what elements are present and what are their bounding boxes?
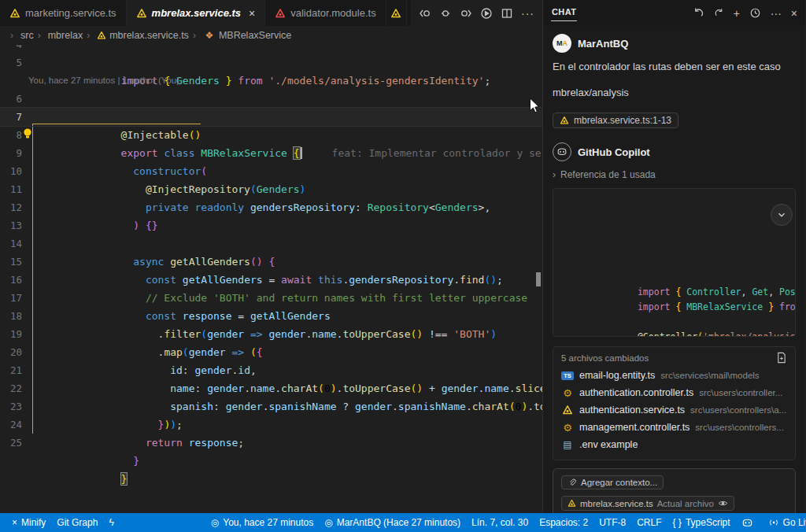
status-item[interactable]: { } TypeScript: [667, 513, 736, 532]
line-number: 9: [0, 144, 22, 162]
code-token: ,: [768, 286, 779, 297]
clipped-tab[interactable]: [386, 0, 407, 26]
eye-icon[interactable]: [718, 498, 728, 508]
chat-input-box[interactable]: Agregar contexto... mbrelax.service.ts A…: [553, 468, 796, 513]
close-icon[interactable]: [249, 7, 255, 20]
mouse-cursor: [529, 98, 540, 114]
close-panel-icon[interactable]: ×: [791, 7, 797, 20]
undo-icon[interactable]: [693, 7, 704, 19]
status-item[interactable]: Espacios: 2: [534, 513, 593, 532]
status-item[interactable]: Git Graph: [51, 513, 103, 532]
status-item[interactable]: [736, 513, 763, 532]
file-row[interactable]: authentication.service.ts src\users\cont…: [561, 401, 787, 419]
status-item[interactable]: × Minify: [6, 513, 51, 532]
breadcrumb-item[interactable]: › ❖ MBRelaxService: [189, 30, 291, 41]
status-item[interactable]: ◎ MarAntBQ (Hace 27 minutos): [319, 513, 466, 532]
code-line: 16 const response = getAllGenders: [0, 271, 542, 289]
service-file-icon: [561, 405, 574, 416]
status-item[interactable]: UTF-8: [593, 513, 631, 532]
scroll-down-button[interactable]: [771, 204, 793, 226]
editor-actions: ···: [411, 0, 542, 26]
scrollbar-marker[interactable]: [536, 272, 541, 286]
more-icon[interactable]: ···: [771, 7, 782, 20]
chat-body: MA MarAntBQ En el controlador las rutas …: [543, 26, 805, 513]
file-name: .env example: [579, 439, 638, 450]
status-item-icon: { }: [673, 517, 682, 528]
breadcrumb-separator: ›: [10, 30, 13, 41]
code-editor[interactable]: 4 import { Genders } from './models/anal…: [0, 45, 542, 513]
nav-forward-icon[interactable]: [460, 7, 472, 20]
nav-back-icon[interactable]: [419, 7, 431, 20]
file-row[interactable]: TS email-log.entity.ts src\services\mail…: [561, 367, 787, 384]
tab-chat[interactable]: CHAT: [551, 6, 577, 21]
file-type-icon: ▤: [561, 439, 574, 450]
code-lines: 4 import { Genders } from './models/anal…: [0, 45, 542, 452]
more-actions-icon[interactable]: ···: [521, 7, 534, 20]
context-file-chip[interactable]: mbrelax.service.ts Actual archivo: [561, 496, 734, 511]
breadcrumb-item[interactable]: › mbrelax: [34, 30, 83, 41]
chat-panel-header: CHAT + ··· ×: [543, 0, 805, 26]
code-token: Controller: [686, 286, 741, 297]
editor-group: marketing.service.ts mbrelax.service.ts …: [0, 0, 543, 513]
status-item-label: MarAntBQ (Hace 27 minutos): [337, 517, 460, 528]
code-line: 8 constructor(: [0, 126, 542, 144]
gitlens-authors-lens[interactable]: You, hace 27 minutos | 1 author (You): [28, 72, 179, 90]
status-item[interactable]: Lín. 7, col. 30: [466, 513, 534, 532]
status-item-label: Lín. 7, col. 30: [471, 517, 528, 528]
view-diff-icon[interactable]: [775, 352, 787, 364]
breadcrumb-item[interactable]: › src: [6, 30, 34, 41]
status-item-label: UTF-8: [599, 517, 626, 528]
file-name: management.controller.ts: [579, 422, 690, 433]
class-symbol-icon: ❖: [203, 30, 216, 41]
breadcrumb-item[interactable]: › mbrelax.service.ts: [83, 30, 189, 41]
line-number: 6: [0, 90, 22, 108]
broadcast-icon: [768, 517, 779, 528]
chat-code-block[interactable]: import { Controller, Get, Post, Param, B…: [553, 188, 796, 337]
service-file-icon: [568, 499, 576, 508]
add-context-button[interactable]: Agregar contexto...: [561, 475, 664, 490]
status-item-icon: ϟ: [109, 517, 113, 528]
references-toggle[interactable]: › Referencia de 1 usada: [553, 169, 796, 180]
service-file-icon: [275, 8, 286, 19]
changed-files-header: 5 archivos cambiados: [561, 352, 787, 364]
line-number: 25: [0, 434, 22, 452]
redo-icon[interactable]: [714, 8, 724, 18]
new-chat-icon[interactable]: +: [734, 7, 740, 20]
line-number: [0, 72, 22, 90]
code-line: 5: [0, 54, 542, 72]
copilot-icon: [741, 517, 753, 529]
editor-tab[interactable]: mbrelax.service.ts: [127, 0, 266, 26]
lightbulb-icon[interactable]: [22, 127, 33, 140]
code-token: }: [763, 301, 774, 312]
status-item[interactable]: ϟ: [103, 513, 123, 532]
split-editor-icon[interactable]: [501, 7, 513, 20]
add-context-label: Agregar contexto...: [581, 478, 657, 487]
status-item[interactable]: Go Live: [763, 513, 806, 532]
code-line: 20 name: gender.name.charAt(0).toUpperCa…: [0, 343, 542, 361]
user-message-line2: mbrelax/analysis: [553, 87, 796, 98]
code-line: 17 .filter(gender => gender.name.toUpper…: [0, 289, 542, 307]
copilot-message-header: GitHub Copilot: [553, 142, 796, 161]
status-item-icon: ×: [12, 517, 17, 528]
run-icon[interactable]: [480, 7, 493, 20]
tab-label: mbrelax.service.ts: [152, 7, 241, 19]
file-name: email-log.entity.ts: [579, 370, 655, 381]
line-number: 21: [0, 361, 22, 379]
file-row[interactable]: ⚙ management.controller.ts src\users\con…: [561, 419, 787, 436]
file-path: src\services\mail\models: [660, 371, 759, 380]
file-type-icon: TS: [561, 371, 574, 380]
status-item-label: TypeScript: [686, 517, 730, 528]
file-row[interactable]: ▤ .env example: [561, 436, 787, 453]
history-icon[interactable]: [749, 7, 761, 19]
status-item[interactable]: ◎ You, hace 27 minutos: [205, 513, 319, 532]
code-token: 'mbrelax/analysis': [703, 331, 796, 337]
status-item[interactable]: CRLF: [631, 513, 667, 532]
context-file-suffix: Actual archivo: [657, 499, 714, 508]
editor-tab[interactable]: validator.module.ts: [265, 0, 386, 26]
code-line: 9 @InjectRepository(Genders): [0, 144, 542, 162]
nav-circle-icon[interactable]: [439, 7, 452, 20]
file-row[interactable]: ⚙ authentication.controller.ts src\users…: [561, 384, 787, 401]
editor-tab[interactable]: marketing.service.ts: [0, 0, 127, 26]
code-line: 12: [0, 198, 542, 216]
attachment-chip[interactable]: mbrelax.service.ts:1-13: [553, 113, 678, 128]
